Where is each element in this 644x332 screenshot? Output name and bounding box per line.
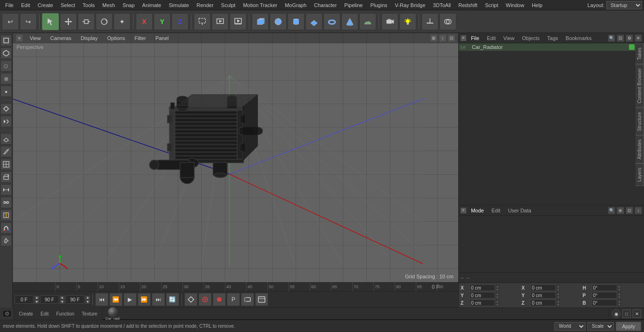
coord-sy-up[interactable]: ▲ [557, 292, 560, 296]
polygon-mode-btn[interactable]: ⬡ [0, 60, 12, 72]
coord-p-down[interactable]: ▼ [618, 296, 621, 299]
coord-sy-down[interactable]: ▼ [557, 296, 560, 299]
coord-z-size-arrows[interactable]: ▲ ▼ [556, 300, 560, 306]
menu-snap[interactable]: Snap [119, 1, 138, 9]
step-forward-btn[interactable]: ⏩ [138, 293, 151, 306]
mat-edit-tab[interactable]: Edit [39, 310, 50, 317]
vp-filter-menu[interactable]: Filter [132, 34, 149, 42]
play-btn[interactable]: ▶ [124, 293, 137, 306]
menu-motion-tracker[interactable]: Motion Tracker [239, 1, 281, 9]
mat-function-tab[interactable]: Function [54, 310, 76, 317]
layers-tab[interactable]: Layers [636, 163, 644, 186]
go-to-start-btn[interactable]: ⏮ [95, 293, 108, 306]
coord-x-pos-up[interactable]: ▲ [496, 285, 499, 288]
vp-cameras-menu[interactable]: Cameras [48, 34, 74, 42]
auto-keyframe-btn[interactable] [198, 293, 212, 306]
takes-tab[interactable]: Takes [636, 43, 644, 64]
camera-button[interactable] [381, 13, 398, 30]
landscape-button[interactable] [359, 13, 376, 30]
menu-sculpt[interactable]: Sculpt [218, 1, 239, 9]
end-frame2-up[interactable]: ▲ [85, 296, 90, 300]
coord-p-rot-input[interactable] [592, 292, 617, 299]
menu-character[interactable]: Character [311, 1, 340, 9]
axis-x-button[interactable]: X [136, 13, 153, 30]
position-btn[interactable]: P [227, 293, 240, 306]
mat-texture-tab[interactable]: Texture [80, 310, 99, 317]
magnet-btn[interactable] [0, 222, 12, 234]
rotate-mode-button[interactable] [96, 13, 113, 30]
coord-z-size-input[interactable] [530, 300, 556, 306]
select-mode-button[interactable] [42, 13, 59, 30]
end-frame1-down[interactable]: ▼ [60, 300, 65, 304]
end-frame-input1[interactable] [40, 295, 59, 304]
coord-y-pos-arrows[interactable]: ▲ ▼ [495, 292, 499, 299]
menu-file[interactable]: File [2, 1, 17, 9]
coord-y-size-input[interactable] [530, 292, 556, 299]
vp-display-menu[interactable]: Display [78, 34, 100, 42]
extrude-btn[interactable] [0, 171, 12, 183]
timeline-btn[interactable] [255, 293, 268, 306]
coord-sx-down[interactable]: ▼ [557, 288, 560, 292]
menu-render[interactable]: Render [193, 1, 217, 9]
menu-create[interactable]: Create [34, 1, 57, 9]
world-selector[interactable]: World Object Camera [554, 322, 586, 331]
coord-y-pos-input[interactable] [470, 292, 495, 299]
tags-tab[interactable]: Tags [545, 35, 561, 41]
undo-button[interactable]: ↩ [2, 13, 19, 30]
coord-h-down[interactable]: ▼ [618, 288, 621, 292]
obj-settings-icon[interactable]: ⚙ [626, 34, 633, 42]
coord-x-size-arrows[interactable]: ▲ ▼ [556, 284, 560, 291]
obj-status-green[interactable] [629, 44, 635, 50]
menu-tools[interactable]: Tools [79, 1, 98, 9]
scale-selector[interactable]: Scale 1:1 [587, 322, 614, 331]
menu-plugins[interactable]: Plugins [367, 1, 390, 9]
viewport[interactable]: ≡ View Cameras Display Options Filter Pa… [13, 33, 458, 282]
coord-y-up[interactable]: ▲ [496, 292, 499, 296]
menu-vray-bridge[interactable]: V-Ray Bridge [392, 1, 429, 9]
torus-button[interactable] [323, 13, 340, 30]
coord-x-pos-down[interactable]: ▼ [496, 288, 499, 292]
objects-main-tab[interactable]: Objects [519, 35, 542, 41]
menu-animate[interactable]: Animate [139, 1, 165, 9]
boole-button[interactable] [439, 13, 456, 30]
objects-tab[interactable]: File [468, 35, 482, 41]
vp-icon-fullscreen[interactable]: ⊡ [448, 34, 455, 42]
vp-panel-menu[interactable]: Panel [153, 34, 172, 42]
menu-select[interactable]: Select [58, 1, 79, 9]
view-tab[interactable]: View [501, 35, 518, 41]
edge-mode-btn[interactable]: ⊞ [0, 73, 12, 84]
start-frame-down[interactable]: ▼ [34, 300, 39, 304]
layout-select[interactable]: Startup Standard Sculpting [606, 1, 642, 9]
start-frame-input[interactable] [15, 295, 33, 304]
viewport-menu-icon[interactable]: ≡ [16, 34, 23, 42]
menu-edit[interactable]: Edit [18, 1, 33, 9]
start-frame-up[interactable]: ▲ [34, 296, 39, 300]
status-icon-close[interactable]: ✕ [633, 309, 641, 318]
select-tool-btn[interactable] [0, 235, 12, 246]
coord-z-down[interactable]: ▼ [496, 303, 499, 307]
floor-button[interactable] [421, 13, 438, 30]
coord-sz-up[interactable]: ▲ [557, 300, 560, 303]
menu-mograph[interactable]: MoGraph [281, 1, 310, 9]
vp-view-menu[interactable]: View [27, 34, 44, 42]
obj-filter-icon[interactable]: ⊡ [617, 34, 624, 42]
mesh-mode-btn[interactable] [0, 48, 12, 59]
keyframe-btn[interactable] [184, 293, 198, 306]
material-car-radi[interactable]: Car_radi [105, 307, 120, 321]
coord-b-rot-arrows[interactable]: ▲ ▼ [618, 300, 621, 306]
subdivide-btn[interactable] [0, 159, 12, 170]
axis-y-button[interactable]: Y [154, 13, 171, 30]
coord-p-rot-arrows[interactable]: ▲ ▼ [618, 292, 621, 299]
menu-script[interactable]: Script [482, 1, 502, 9]
workplane-btn[interactable] [0, 133, 12, 145]
render-to-picture-viewer-button[interactable] [230, 13, 247, 30]
scale-mode-button[interactable] [78, 13, 95, 30]
status-icon-circle[interactable]: ◉ [612, 309, 620, 318]
cylinder-button[interactable] [288, 13, 305, 30]
vp-options-menu[interactable]: Options [104, 34, 128, 42]
end-frame2-down[interactable]: ▼ [85, 300, 90, 304]
attributes-vtab[interactable]: Attributes [636, 135, 644, 163]
axis-z-button[interactable]: Z [172, 13, 189, 30]
status-icon-square[interactable]: □ [622, 309, 631, 318]
coord-x-pos-arrows[interactable]: ▲ ▼ [495, 284, 499, 291]
